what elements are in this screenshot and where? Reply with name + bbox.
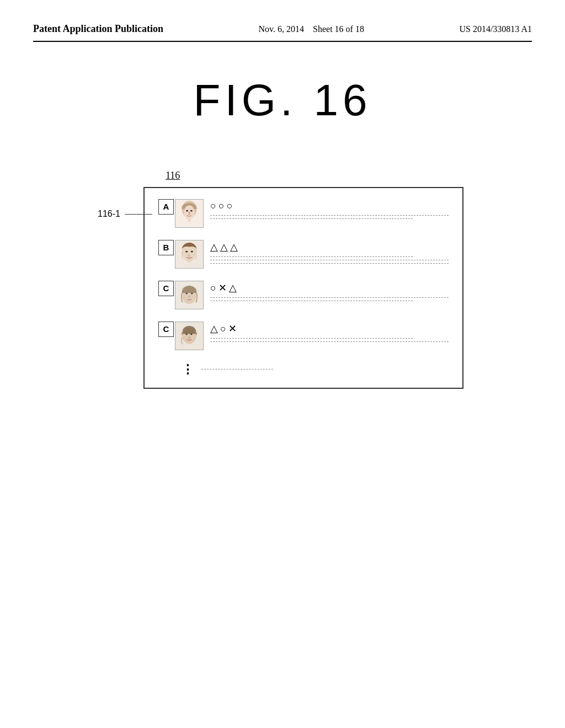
dash-line xyxy=(210,215,449,216)
item-content-b: △△△ xyxy=(210,240,449,266)
ref-116-text: 116 xyxy=(166,170,180,181)
label-box-b: B xyxy=(158,240,174,255)
ref-116-1-text: 116-1 xyxy=(98,209,120,218)
portrait-b xyxy=(175,240,204,269)
sheet-label: Sheet 16 of 18 xyxy=(313,24,364,34)
date-label: Nov. 6, 2014 xyxy=(259,24,305,34)
dash-line xyxy=(210,297,449,298)
list-item: 116-1 A xyxy=(158,199,449,228)
portrait-a xyxy=(175,199,204,228)
symbols-c2: △○✕ xyxy=(210,323,449,335)
svg-point-3 xyxy=(186,210,188,211)
symbols-a: ○○○ xyxy=(210,200,449,212)
ref-116-1-label: 116-1 xyxy=(98,209,152,219)
dash-line xyxy=(210,218,413,219)
svg-point-15 xyxy=(185,333,187,335)
list-item: C △○✕ xyxy=(158,322,449,350)
ellipsis-row: ⋮ xyxy=(158,362,449,377)
dash-line xyxy=(210,338,413,339)
svg-point-11 xyxy=(185,292,187,294)
svg-point-7 xyxy=(185,250,188,252)
list-item: B △△△ xyxy=(158,240,449,269)
header: Patent Application Publication Nov. 6, 2… xyxy=(33,22,532,42)
publication-label: Patent Application Publication xyxy=(33,22,163,36)
dash-line xyxy=(210,341,449,342)
item-content-c1: ○✕△ xyxy=(210,281,449,304)
symbols-c1: ○✕△ xyxy=(210,282,449,294)
dash-line xyxy=(210,256,413,257)
dash-line xyxy=(210,260,449,260)
patent-number: US 2014/330813 A1 xyxy=(459,22,532,36)
ellipsis-dash-line xyxy=(201,369,273,370)
label-box-c1: C xyxy=(158,281,174,296)
page: Patent Application Publication Nov. 6, 2… xyxy=(0,0,565,728)
list-item: C ○✕△ xyxy=(158,281,449,309)
item-content-c2: △○✕ xyxy=(210,322,449,345)
svg-rect-5 xyxy=(188,218,191,222)
main-diagram-box: 116-1 A xyxy=(143,187,463,389)
ellipsis-icon: ⋮ xyxy=(182,362,195,377)
portrait-c2 xyxy=(175,322,204,350)
label-box-c2: C xyxy=(158,322,174,337)
dash-line xyxy=(210,301,413,301)
diagram-area: 116 116-1 A xyxy=(99,170,532,389)
dash-line xyxy=(210,263,449,264)
portrait-c1 xyxy=(175,281,204,309)
item-content-a: ○○○ xyxy=(210,199,449,222)
svg-point-4 xyxy=(190,210,193,211)
header-middle: Nov. 6, 2014 Sheet 16 of 18 xyxy=(259,22,364,36)
label-box-a: A xyxy=(158,199,174,215)
svg-point-12 xyxy=(191,292,193,294)
svg-point-16 xyxy=(190,333,192,335)
svg-point-8 xyxy=(191,250,193,252)
symbols-b: △△△ xyxy=(210,241,449,253)
figure-title: FIG. 16 xyxy=(33,75,532,126)
ref-116-label: 116 xyxy=(166,170,180,181)
